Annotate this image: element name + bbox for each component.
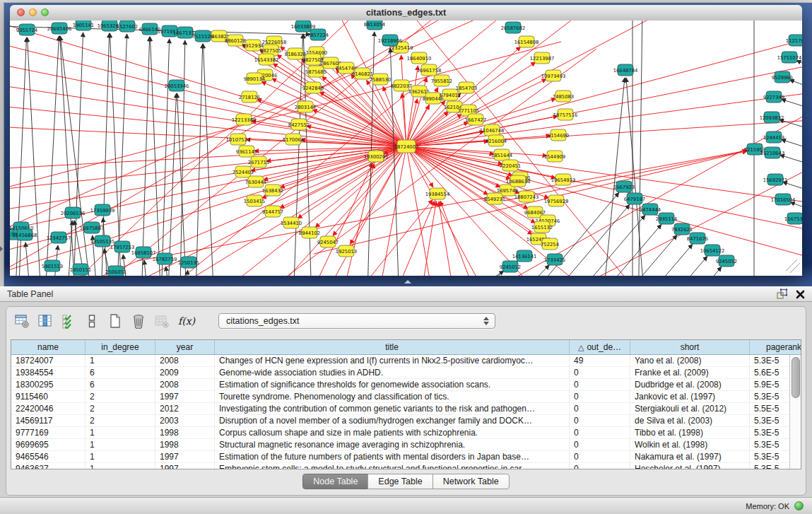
table-cell[interactable]: Genome-wide association studies in ADHD.	[215, 367, 570, 379]
table-cell[interactable]: 0	[570, 463, 630, 470]
graph-node[interactable]: 16154808	[514, 36, 539, 47]
table-cell[interactable]: 0	[570, 451, 630, 463]
graph-node[interactable]: 1638432	[262, 185, 283, 196]
graph-node[interactable]: 5901513	[42, 260, 63, 271]
graph-node[interactable]: 7955812	[431, 75, 452, 86]
table-cell[interactable]: 0	[570, 367, 630, 379]
table-cell[interactable]: Investigating the contribution of common…	[215, 403, 570, 415]
table-cell[interactable]: 1997	[155, 451, 215, 463]
table-row[interactable]: 1938455462009Genome-wide association stu…	[11, 367, 801, 379]
table-cell[interactable]: 0	[570, 427, 630, 439]
graph-node[interactable]: 14136141	[512, 250, 537, 262]
graph-node[interactable]: 7832621	[671, 223, 693, 235]
graph-node[interactable]: 18640910	[407, 52, 432, 64]
graph-node[interactable]: 9227349	[763, 91, 784, 103]
table-cell[interactable]: 18724007	[11, 355, 86, 367]
window-resize-grip[interactable]	[790, 263, 800, 273]
table-cell[interactable]: 0	[570, 391, 630, 403]
close-window-button[interactable]	[17, 8, 25, 16]
divider-collapse-arrow-icon[interactable]	[0, 246, 3, 252]
panel-splitter-handle[interactable]	[404, 280, 411, 284]
table-cell[interactable]: Corpus callosum shape and size in male p…	[215, 427, 570, 439]
table-cell[interactable]: 1998	[155, 439, 215, 451]
network-view[interactable]: 1872400774638228860128891293425226058982…	[10, 21, 802, 276]
table-cell[interactable]: 1997	[155, 463, 215, 470]
graph-node[interactable]: 5875685	[305, 66, 326, 77]
table-cell[interactable]: Structural magnetic resonance image aver…	[215, 439, 570, 451]
graph-node[interactable]: 1170064	[283, 134, 304, 145]
table-row[interactable]: 977716911998Corpus callosum shape and si…	[11, 427, 801, 439]
table-cell[interactable]: Yano et al. (2008)	[630, 355, 750, 367]
graph-node[interactable]: 7485083	[553, 90, 574, 102]
graph-node[interactable]: 1527602	[117, 21, 138, 32]
graph-node[interactable]: 16648784	[613, 64, 638, 76]
table-cell[interactable]: Tibbo et al. (1998)	[630, 427, 750, 439]
graph-node[interactable]: 19756928	[544, 195, 569, 206]
table-cell[interactable]: 2	[86, 415, 155, 427]
graph-node[interactable]: 6479197	[624, 193, 645, 204]
graph-node[interactable]: 1950151	[70, 264, 91, 275]
zoom-window-button[interactable]	[41, 8, 49, 16]
graph-node[interactable]: 7220451	[500, 160, 521, 171]
graph-node[interactable]: 2588530	[370, 74, 391, 85]
table-cell[interactable]: 6	[86, 379, 155, 391]
table-cell[interactable]: 1	[86, 427, 155, 439]
table-cell[interactable]: 6	[86, 367, 155, 379]
delete-table-icon[interactable]	[130, 313, 147, 329]
table-row[interactable]: 911546021997Tourette syndrome. Phenomeno…	[11, 391, 801, 403]
graph-node[interactable]: 1851644	[491, 149, 512, 160]
graph-node[interactable]: 1615132	[531, 221, 553, 233]
graph-node[interactable]: 9144757	[262, 206, 283, 217]
graph-node[interactable]: 1244413	[763, 132, 784, 143]
graph-node[interactable]: 1854703	[456, 82, 477, 93]
table-cell[interactable]: 9465546	[11, 451, 86, 463]
table-cell[interactable]: 49	[570, 355, 630, 367]
graph-node[interactable]: 9245012	[500, 261, 521, 272]
table-cell[interactable]: Hescheler et al. (1997)	[630, 463, 750, 470]
graph-node[interactable]: 752254	[541, 238, 559, 250]
graph-node[interactable]: 8427552	[288, 119, 310, 130]
table-cell[interactable]: Changes of HCN gene expression and I(f) …	[215, 355, 570, 367]
table-cell[interactable]: de Silva et al. (2003)	[630, 415, 750, 427]
graph-node[interactable]: 19384554	[425, 188, 450, 199]
table-cell[interactable]: 1	[86, 355, 155, 367]
graph-node[interactable]: 12093832	[760, 112, 784, 123]
table-cell[interactable]: 1	[86, 439, 155, 451]
function-builder-button[interactable]: f(x)	[178, 315, 195, 327]
table-cell[interactable]: 2003	[155, 415, 215, 427]
tab-node-table[interactable]: Node Table	[302, 474, 368, 489]
graph-node[interactable]: 1250135	[178, 257, 199, 268]
graph-node[interactable]: 7630444	[245, 176, 266, 187]
table-cell[interactable]: 2009	[155, 367, 215, 379]
graph-node[interactable]: 8549231	[484, 193, 505, 204]
table-row[interactable]: 1456911722003Disruption of a novel membe…	[11, 415, 801, 427]
scrollbar-thumb[interactable]	[792, 357, 800, 398]
graph-node[interactable]: 9355724	[16, 24, 37, 35]
table-cell[interactable]: 2	[86, 391, 155, 403]
table-row[interactable]: 2242004622012Investigating the contribut…	[11, 403, 801, 415]
graph-node[interactable]: 2935114	[656, 213, 677, 224]
table-cell[interactable]: 0	[570, 415, 630, 427]
table-cell[interactable]: 18300295	[11, 379, 86, 391]
graph-node[interactable]: 1544909	[544, 151, 565, 162]
graph-node[interactable]: 1167534	[784, 213, 802, 224]
table-cell[interactable]: Estimation of significance thresholds fo…	[215, 379, 570, 391]
graph-node[interactable]: 12213987	[530, 52, 555, 64]
network-window-titlebar[interactable]: citations_edges.txt	[10, 5, 802, 21]
graph-node[interactable]: 1503415	[244, 195, 265, 206]
table-cell[interactable]: 9115460	[11, 391, 86, 403]
graph-node[interactable]: 1905141	[73, 21, 94, 30]
table-cell[interactable]: Embryonic stem cells: a model to study s…	[215, 463, 570, 470]
column-header-in_degree[interactable]: in_degree	[86, 340, 155, 355]
clear-selection-icon[interactable]	[83, 313, 100, 329]
column-header-pagerank[interactable]: pagerank	[750, 340, 802, 355]
graph-node[interactable]: 17359939	[90, 204, 115, 216]
table-cell[interactable]: 1	[86, 463, 155, 470]
column-header-title[interactable]: title	[215, 340, 570, 355]
graph-node[interactable]: 2671715	[248, 156, 269, 168]
graph-node[interactable]: 26587682	[501, 22, 526, 33]
vertical-scrollbar[interactable]	[789, 355, 801, 469]
show-columns-icon[interactable]	[37, 313, 54, 329]
table-cell[interactable]: 2012	[155, 403, 215, 415]
graph-node[interactable]: 17016504	[771, 194, 796, 205]
